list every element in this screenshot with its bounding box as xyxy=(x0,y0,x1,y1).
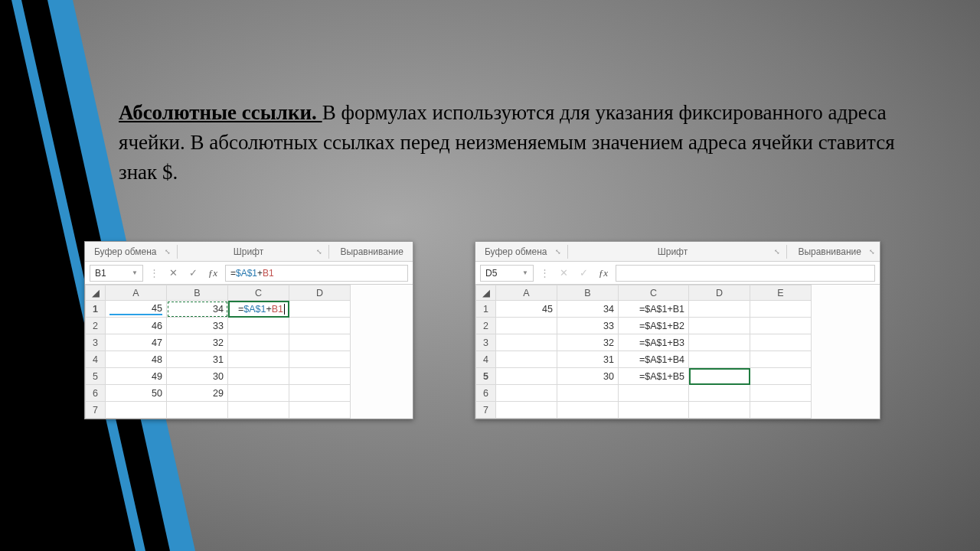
col-header[interactable]: D xyxy=(289,285,351,301)
cell[interactable]: 30 xyxy=(557,368,619,385)
row-header[interactable]: 3 xyxy=(476,334,496,351)
cell[interactable] xyxy=(557,385,619,402)
cell[interactable]: 34 xyxy=(557,301,619,318)
cell[interactable] xyxy=(496,334,557,351)
col-header[interactable]: A xyxy=(496,285,557,301)
row-header[interactable]: 5 xyxy=(476,368,496,385)
cell[interactable]: =$A$1+B2 xyxy=(619,318,689,334)
row-header[interactable]: 1 xyxy=(86,301,106,318)
cell[interactable]: 49 xyxy=(106,368,167,385)
cell[interactable] xyxy=(750,318,812,334)
cell[interactable]: 34 xyxy=(167,301,228,318)
cell[interactable] xyxy=(689,334,750,351)
cell[interactable] xyxy=(750,402,812,419)
cell[interactable] xyxy=(496,385,557,402)
cell[interactable] xyxy=(750,368,812,385)
formula-input[interactable]: =$A$1+B1 xyxy=(225,265,408,282)
row-header[interactable]: 3 xyxy=(86,334,106,351)
spreadsheet-grid[interactable]: ◢ A B C D 1 45 34 =$A$1+B1 24633 34732 4… xyxy=(85,285,351,419)
cell[interactable] xyxy=(750,351,812,368)
name-box[interactable]: D5 ▼ xyxy=(480,265,534,282)
cell[interactable] xyxy=(228,334,289,351)
col-header[interactable]: C xyxy=(228,285,289,301)
col-header[interactable]: B xyxy=(557,285,619,301)
accept-icon[interactable]: ✓ xyxy=(185,267,201,279)
row-header[interactable]: 1 xyxy=(476,301,496,318)
cell[interactable]: 47 xyxy=(106,334,167,351)
cell[interactable] xyxy=(750,385,812,402)
row-header[interactable]: 2 xyxy=(86,318,106,334)
cell[interactable] xyxy=(689,351,750,368)
row-header[interactable]: 6 xyxy=(476,385,496,402)
row-header[interactable]: 5 xyxy=(86,368,106,385)
cell[interactable] xyxy=(289,301,351,318)
dialog-launcher-icon: ⤡ xyxy=(555,248,561,256)
cell[interactable]: 33 xyxy=(167,318,228,334)
row-header[interactable]: 4 xyxy=(476,351,496,368)
cell[interactable]: 29 xyxy=(167,385,228,402)
cell[interactable]: 31 xyxy=(167,351,228,368)
ribbon-clipboard: Буфер обмена xyxy=(90,246,162,257)
cell[interactable] xyxy=(228,402,289,419)
cell[interactable] xyxy=(228,368,289,385)
cell[interactable]: 33 xyxy=(557,318,619,334)
fx-icon[interactable]: ƒx xyxy=(205,267,220,279)
row-header[interactable]: 7 xyxy=(86,402,106,419)
cell[interactable] xyxy=(496,402,557,419)
cell[interactable] xyxy=(289,402,351,419)
cell[interactable] xyxy=(619,402,689,419)
cell[interactable]: 31 xyxy=(557,351,619,368)
cancel-icon[interactable]: ✕ xyxy=(165,267,181,279)
cell[interactable]: 32 xyxy=(557,334,619,351)
cell[interactable] xyxy=(228,318,289,334)
cell[interactable] xyxy=(228,351,289,368)
formula-input[interactable] xyxy=(616,265,875,282)
cell[interactable] xyxy=(289,368,351,385)
col-header[interactable]: B xyxy=(167,285,228,301)
cell[interactable] xyxy=(289,351,351,368)
col-header[interactable]: C xyxy=(619,285,689,301)
cell[interactable]: 45 xyxy=(106,301,167,318)
cell[interactable]: =$A$1+B5 xyxy=(619,368,689,385)
cell[interactable]: 45 xyxy=(496,301,557,318)
cell[interactable] xyxy=(619,385,689,402)
name-box[interactable]: B1 ▼ xyxy=(90,265,143,282)
cell-selected[interactable] xyxy=(689,368,750,385)
cell[interactable]: 48 xyxy=(106,351,167,368)
cell[interactable] xyxy=(228,385,289,402)
col-header[interactable]: A xyxy=(106,285,167,301)
cell[interactable] xyxy=(289,318,351,334)
cell[interactable]: =$A$1+B1 xyxy=(619,301,689,318)
cell-editing[interactable]: =$A$1+B1 xyxy=(228,301,289,318)
cell[interactable] xyxy=(557,402,619,419)
cell[interactable] xyxy=(106,402,167,419)
row-header[interactable]: 6 xyxy=(86,385,106,402)
cell[interactable]: 46 xyxy=(106,318,167,334)
cell[interactable]: 32 xyxy=(167,334,228,351)
select-all-corner[interactable]: ◢ xyxy=(476,285,496,301)
row-header[interactable]: 7 xyxy=(476,402,496,419)
cell[interactable] xyxy=(289,334,351,351)
cell[interactable] xyxy=(689,301,750,318)
cell[interactable]: =$A$1+B4 xyxy=(619,351,689,368)
cell[interactable] xyxy=(689,402,750,419)
cell[interactable] xyxy=(289,385,351,402)
cell[interactable] xyxy=(496,368,557,385)
cell[interactable] xyxy=(496,318,557,334)
cell[interactable] xyxy=(689,318,750,334)
cell[interactable] xyxy=(496,351,557,368)
cell[interactable] xyxy=(689,385,750,402)
col-header[interactable]: E xyxy=(750,285,812,301)
cell[interactable] xyxy=(167,402,228,419)
row-header[interactable]: 2 xyxy=(476,318,496,334)
spreadsheet-grid[interactable]: ◢ A B C D E 14534=$A$1+B1 233=$A$1+B2 33… xyxy=(475,285,812,419)
cell[interactable]: =$A$1+B3 xyxy=(619,334,689,351)
cell[interactable] xyxy=(750,334,812,351)
cell[interactable] xyxy=(750,301,812,318)
cell[interactable]: 50 xyxy=(106,385,167,402)
row-header[interactable]: 4 xyxy=(86,351,106,368)
cell[interactable]: 30 xyxy=(167,368,228,385)
fx-icon[interactable]: ƒx xyxy=(596,267,611,279)
col-header[interactable]: D xyxy=(689,285,750,301)
select-all-corner[interactable]: ◢ xyxy=(86,285,106,301)
